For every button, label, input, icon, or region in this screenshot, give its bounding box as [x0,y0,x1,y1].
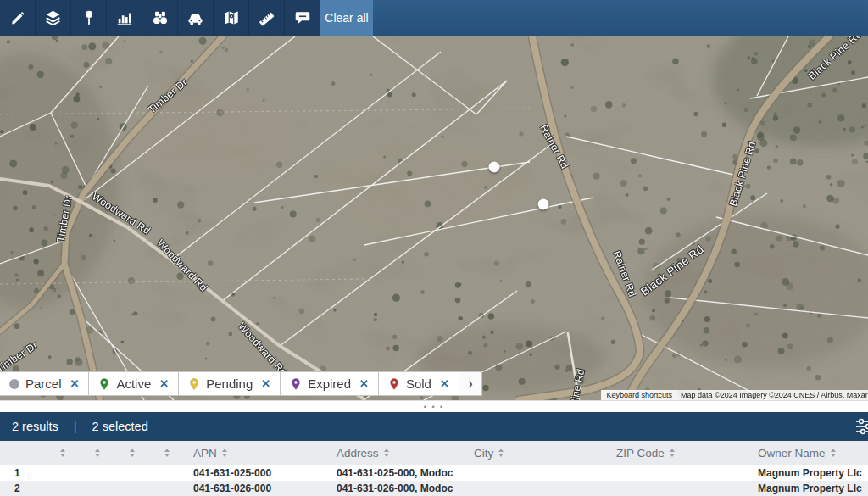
car-icon [186,9,204,27]
road-label: Woodward Rd [236,320,289,378]
close-icon[interactable]: ✕ [440,377,449,390]
map-data-attribution: Map data ©2024 Imagery ©2024 CNES / Airb… [677,390,868,400]
road-label: Rainer Rd [611,249,639,298]
road-label: Timber Dr [54,194,74,242]
sort-icon [831,449,836,457]
map-marker[interactable] [538,199,549,210]
col-header-sort-2[interactable] [77,441,112,465]
col-header-city[interactable]: City [462,441,604,465]
filter-chip-sold[interactable]: Sold✕ [378,371,459,396]
map-attribution: Keyboard shortcuts Map data ©2024 Imager… [601,390,868,400]
filter-chip-label: Parcel [25,376,62,391]
results-bar: 2 results | 2 selected [0,412,868,441]
resize-dots: • • • [424,404,444,410]
app: { "toolbar": { "clear_all_label": "Clear… [0,0,868,496]
cell-owner: Magnum Property Llc [746,465,868,481]
road-label: Pine Rd [567,368,587,400]
map-overlay: Timber DrTimber DrTimber DrWoodward RdWo… [0,36,868,400]
sort-icon [498,449,504,457]
chat-icon [294,9,311,26]
results-divider: | [74,420,77,433]
cell-apn: 041-631-026-000 [181,481,325,496]
table-header-row: APNAddressCityZIP CodeOwner Name [0,441,868,465]
toolbar-button-driving[interactable] [178,0,214,36]
toolbar-fill [373,0,868,36]
road-label: Woodward Rd [154,237,209,294]
toolbar-button-chart[interactable] [107,0,142,36]
sort-icon [670,449,675,457]
toolbar-button-search-area[interactable] [142,0,178,36]
sort-icon [164,449,170,457]
toolbar: Clear all [0,0,868,36]
cell-empty [112,481,147,496]
binoculars-icon [152,9,169,26]
col-header-zip-code[interactable]: ZIP Code [604,441,746,465]
map-marker[interactable] [489,162,500,173]
table-row[interactable]: 1041-631-025-000041-631-025-000, ModocMa… [0,465,868,481]
cell-empty [112,465,147,481]
filter-chip-label: Sold [406,376,431,391]
road-label: Black Pine Rd [806,36,864,82]
keyboard-shortcuts-link[interactable]: Keyboard shortcuts [601,390,677,400]
cell-num: 1 [0,465,42,481]
cell-city [462,481,604,496]
pencil-icon [9,9,26,26]
filter-chip-active[interactable]: Active✕ [88,371,179,396]
close-icon[interactable]: ✕ [159,377,169,390]
filter-chip-expired[interactable]: Expired✕ [280,371,379,396]
filter-chip-pending[interactable]: Pending✕ [178,371,281,396]
road-label: Timber Dr [146,76,190,115]
pin-icon [188,377,200,391]
road-label: Woodward Rd [90,191,153,237]
col-header-label: Address [337,447,379,460]
close-icon[interactable]: ✕ [70,377,80,390]
chart-icon [116,9,133,26]
col-header-sort-0 [0,441,42,465]
col-header-label: ZIP Code [616,447,665,460]
sort-icon [95,449,100,457]
sort-icon [222,449,227,457]
cell-apn: 041-631-025-000 [181,465,325,481]
cell-num: 2 [0,481,42,496]
table-row[interactable]: 2041-631-026-000041-631-026-000, ModocMa… [0,481,868,496]
col-header-label: City [474,447,493,460]
sort-icon [60,449,65,457]
filter-chip-label: Pending [206,376,253,391]
cell-city [462,465,604,481]
col-header-address[interactable]: Address [325,441,462,465]
cell-empty [77,465,112,481]
col-header-sort-3[interactable] [112,441,147,465]
sort-icon [130,449,135,457]
toolbar-button-layers[interactable] [36,0,71,36]
toolbar-button-comments[interactable] [285,0,320,36]
col-header-apn[interactable]: APN [181,441,325,465]
filter-chip-parcel[interactable]: Parcel✕ [0,371,89,396]
col-header-label: Owner Name [758,447,826,460]
cell-address: 041-631-025-000, Modoc [325,465,462,481]
cell-empty [42,465,77,481]
col-header-sort-4[interactable] [147,441,181,465]
toolbar-button-draw[interactable] [0,0,36,36]
toolbar-button-measure[interactable] [249,0,285,36]
cell-empty [147,465,181,481]
close-icon[interactable]: ✕ [261,377,270,390]
filter-settings-icon[interactable] [854,418,868,437]
pin-icon [98,377,110,391]
pin-icon [81,9,97,26]
map-canvas[interactable]: Timber DrTimber DrTimber DrWoodward RdWo… [0,36,868,400]
layers-icon [44,9,62,27]
sort-icon [384,449,389,457]
filter-more-chip[interactable]: › [459,371,482,396]
panel-resize-handle[interactable]: • • • [0,400,868,412]
col-header-sort-1[interactable] [42,441,77,465]
road-label: Timber Dr [0,339,40,375]
filter-chips-row: Parcel✕Active✕Pending✕Expired✕Sold✕› [0,371,482,396]
col-header-owner-name[interactable]: Owner Name [746,441,868,465]
cell-zip [604,465,746,481]
filter-chip-label: Active [116,376,151,391]
toolbar-button-map[interactable] [214,0,249,36]
clear-all-button[interactable]: Clear all [320,0,373,36]
toolbar-button-pin[interactable] [71,0,107,36]
close-icon[interactable]: ✕ [359,377,369,390]
results-count: 2 results [12,420,58,433]
